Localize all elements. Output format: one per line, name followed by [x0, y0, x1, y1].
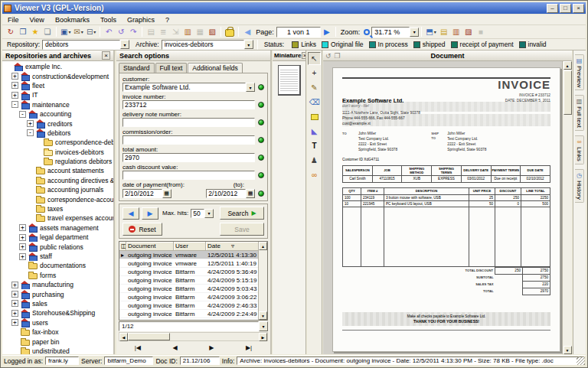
- tree-item-purchasing[interactable]: +purchasing: [2, 289, 113, 298]
- scroll-up-icon[interactable]: ▲: [259, 242, 267, 250]
- tree-expander-icon[interactable]: +: [11, 82, 18, 89]
- tree-item-legal-department[interactable]: +legal department: [2, 233, 113, 242]
- tree-item-forms[interactable]: forms: [2, 271, 113, 280]
- page-value[interactable]: 1 von 1: [276, 27, 321, 37]
- first-record-button[interactable]: |◀: [129, 344, 147, 351]
- tree-item-accounting-directives-law[interactable]: accounting directives & law: [2, 176, 113, 185]
- menu-view[interactable]: View: [24, 15, 50, 24]
- pencil-tool-icon[interactable]: ✎: [308, 81, 321, 94]
- result-row[interactable]: outgoing invoiceBitfarm4/24/2009 5:03:43…: [119, 285, 258, 293]
- page-prev-icon[interactable]: ◀: [241, 26, 253, 38]
- tree-item-accounting-journals[interactable]: accounting journals: [2, 185, 113, 194]
- repository-select[interactable]: debitors: [42, 40, 120, 50]
- rotate-view-icon[interactable]: ↺: [325, 52, 332, 60]
- tree-item-regulations-debitors[interactable]: regulations debitors: [2, 157, 113, 166]
- hscroll-thumb[interactable]: [128, 333, 170, 340]
- results-hscrollbar[interactable]: ◀ ▶: [119, 332, 268, 341]
- delivery-note-number-input[interactable]: [122, 118, 255, 127]
- results-scrollbar[interactable]: ▲ ▼: [258, 242, 267, 320]
- results-filter-icon[interactable]: ◫: [119, 242, 126, 251]
- date-from-input[interactable]: 2/10/2012: [122, 189, 162, 198]
- invoice-number-input[interactable]: 233712: [122, 100, 255, 109]
- date-to-picker-icon[interactable]: ▦: [246, 189, 255, 198]
- save-button[interactable]: Save: [220, 223, 264, 236]
- reset-button[interactable]: Reset: [122, 223, 162, 236]
- menu-tools[interactable]: Tools: [95, 15, 122, 24]
- print-icon[interactable]: ⊟▾: [85, 26, 97, 38]
- select-tool-icon[interactable]: ↖: [308, 52, 321, 65]
- tree-item-fax-inbox[interactable]: fax-inbox: [2, 327, 113, 337]
- tab-full-text[interactable]: ▥Full text: [575, 95, 584, 131]
- eraser-tool-icon[interactable]: ⌫: [308, 96, 321, 109]
- total-amount-input[interactable]: 2970: [122, 153, 255, 162]
- miniature-close-icon[interactable]: ×: [302, 52, 305, 59]
- show-stamps-icon[interactable]: ▥: [450, 26, 462, 38]
- column-header-document[interactable]: Document: [126, 242, 174, 251]
- tree-item-undistributed[interactable]: undistributed: [2, 347, 113, 354]
- repositories-close-icon[interactable]: ×: [102, 51, 110, 60]
- result-prev-icon[interactable]: ◀: [122, 207, 139, 220]
- link-tool-icon[interactable]: ∞: [308, 168, 321, 181]
- pagination-dropdown-icon[interactable]: ▾: [259, 321, 268, 331]
- tree-expander-icon[interactable]: -: [11, 101, 18, 108]
- customer-dropdown-icon[interactable]: ▾: [246, 83, 255, 92]
- tree-item-paper-bin[interactable]: paper bin: [2, 337, 113, 346]
- result-next-icon[interactable]: ▶: [142, 207, 158, 220]
- tree-item-example-inc-[interactable]: example Inc.: [2, 62, 113, 71]
- favorites-star-icon[interactable]: ★: [29, 26, 41, 38]
- zoom-value[interactable]: 31.71 %: [371, 27, 410, 37]
- tab-additional-fields[interactable]: Additional fields: [188, 63, 243, 73]
- paste-icon[interactable]: ▤: [145, 26, 157, 38]
- page-thumbnail[interactable]: [278, 65, 301, 96]
- rotate-right-icon[interactable]: ↷: [127, 26, 139, 38]
- tree-expander-icon[interactable]: +: [11, 73, 18, 80]
- placeholder-icon[interactable]: ■: [475, 26, 487, 38]
- document-scrollbar[interactable]: ▲ ▼: [562, 61, 572, 354]
- page-next-icon[interactable]: ▶: [321, 26, 333, 38]
- resize-grip[interactable]: [577, 357, 585, 365]
- tree-item-documentations[interactable]: documentations: [2, 261, 113, 270]
- pages-view-icon[interactable]: ❐: [335, 52, 341, 60]
- note-tool-icon[interactable]: [308, 110, 321, 123]
- tree-item-travel-expenses-accountings[interactable]: travel expenses accountings: [2, 213, 113, 223]
- tab-links[interactable]: ∞Links: [575, 135, 584, 164]
- search-button[interactable]: Search ▶: [220, 207, 264, 220]
- tree-expander-icon[interactable]: +: [11, 300, 18, 307]
- tab-standard[interactable]: Standard: [119, 63, 155, 73]
- tree-expander-icon[interactable]: -: [27, 129, 34, 136]
- repository-dropdown-icon[interactable]: ▾: [120, 40, 129, 49]
- tree-item-sales[interactable]: +sales: [2, 299, 113, 308]
- result-row[interactable]: outgoing invoiceBitfarm4/24/2009 5:36:49…: [119, 268, 258, 276]
- prev-record-button[interactable]: ◀: [167, 344, 184, 351]
- menu-file[interactable]: File: [2, 15, 24, 24]
- tree-expander-icon[interactable]: +: [11, 310, 18, 317]
- tree-item-taxes[interactable]: taxes: [2, 204, 113, 213]
- tree-item-storehouse-shipping[interactable]: +Storehouse&Shipping: [2, 308, 113, 318]
- export-icon[interactable]: ⇲: [169, 26, 181, 38]
- tree-expander-icon[interactable]: +: [19, 253, 26, 260]
- show-notes-icon[interactable]: ▤: [438, 26, 450, 38]
- fit-page-icon[interactable]: ⬒▾: [424, 26, 437, 38]
- tree-item-maintenance[interactable]: -maintenance: [2, 100, 113, 109]
- scroll-right-icon[interactable]: ▶: [259, 333, 267, 341]
- save-icon[interactable]: ▣▾: [59, 26, 72, 38]
- tree-item-manufacturing[interactable]: +manufacturing: [2, 280, 113, 289]
- show-annotations-icon[interactable]: ▨: [462, 26, 475, 38]
- new-document-icon[interactable]: ❏: [41, 26, 54, 38]
- close-button[interactable]: ×: [573, 4, 584, 13]
- tree-item-debitors[interactable]: -debitors: [2, 129, 113, 138]
- max-hits-dropdown-icon[interactable]: ▾: [204, 209, 214, 218]
- tree-item-users[interactable]: +users: [2, 318, 113, 327]
- archive-select[interactable]: invoices-debitors: [162, 40, 244, 50]
- result-row[interactable]: outgoing invoiceBitfarm4/24/2009 3:06:22…: [119, 293, 258, 301]
- lock-icon[interactable]: [224, 26, 236, 38]
- refresh-icon[interactable]: ↻: [5, 26, 17, 38]
- tree-item-it[interactable]: +IT: [2, 90, 113, 99]
- customer-input[interactable]: Example Software Ltd.: [122, 83, 246, 92]
- index-icon[interactable]: ≣: [157, 26, 169, 38]
- last-record-button[interactable]: ▶|: [240, 344, 258, 351]
- tree-item-invoices-debitors[interactable]: invoices-debitors: [2, 148, 113, 157]
- workflow-book-icon[interactable]: ▥: [181, 26, 194, 38]
- result-row[interactable]: outgoing invoiceBitfarm4/24/2009 5:15:19…: [119, 276, 258, 285]
- tree-item-account-statements[interactable]: account statements: [2, 166, 113, 175]
